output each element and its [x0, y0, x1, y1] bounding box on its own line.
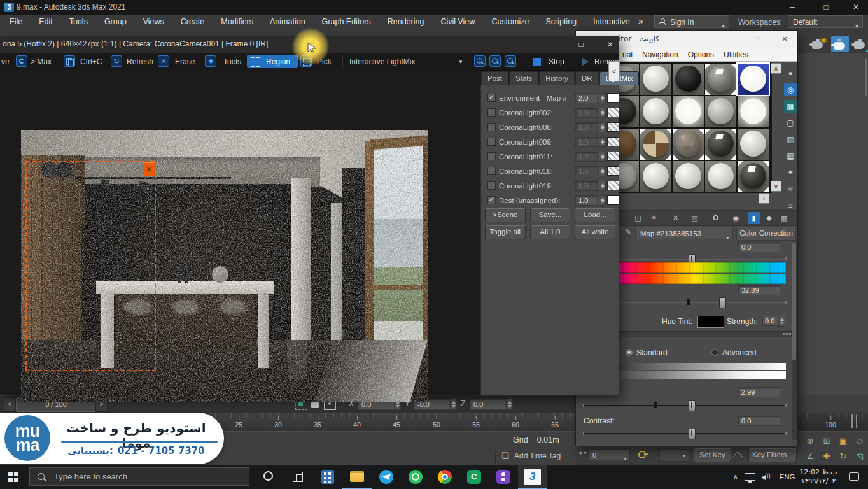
taskbar-app-icon[interactable]: [255, 465, 284, 489]
strength-field[interactable]: 0.0: [762, 316, 779, 326]
taskbar-clock[interactable]: 12:02 ب.ظ ۱۳۹۹/۱۲/۰۲: [798, 468, 839, 489]
maximize-viewport-icon[interactable]: ◹: [853, 450, 867, 464]
tools-gear-icon[interactable]: ✱: [205, 55, 216, 67]
slots-scroll-down-button[interactable]: ∨: [771, 181, 781, 192]
material-sample-slot[interactable]: [705, 161, 736, 192]
menu-item[interactable]: Views: [135, 15, 172, 29]
zoom-icon[interactable]: ⊕: [803, 434, 817, 448]
orbit-icon[interactable]: ↻: [836, 450, 850, 464]
refresh-icon[interactable]: ↻: [111, 55, 122, 67]
material-sample-slot[interactable]: [705, 96, 736, 127]
go-to-parent-icon[interactable]: ◆: [763, 212, 775, 224]
lightmix-spinner[interactable]: [599, 181, 606, 191]
material-id-channel-icon[interactable]: O: [710, 212, 722, 224]
zoom-extents-icon[interactable]: ▣: [836, 434, 850, 448]
sign-in-button[interactable]: Sign In ▼: [654, 15, 729, 28]
taskbar-app-icon[interactable]: [372, 465, 401, 489]
lightmix-intensity-field[interactable]: 2.0: [575, 93, 598, 103]
lightmix-button[interactable]: Toggle all: [485, 225, 526, 239]
backlight-icon[interactable]: ◎: [784, 83, 797, 96]
zoom-out-icon[interactable]: -: [489, 55, 501, 67]
taskbar-app-icon[interactable]: [313, 465, 342, 489]
slots-scroll-left-button[interactable]: <: [608, 61, 620, 82]
delete-material-icon[interactable]: ◫: [632, 212, 644, 224]
taskbar-app-icon[interactable]: [518, 465, 547, 489]
copy-button[interactable]: Ctrl+C: [80, 57, 102, 66]
z-coordinate-field[interactable]: 0.0: [470, 399, 510, 410]
options-icon[interactable]: ✦: [784, 166, 797, 179]
add-time-tag-button[interactable]: Add Time Tag: [514, 451, 561, 460]
make-unique-icon[interactable]: ✶: [648, 212, 660, 224]
menu-overflow-chevron-icon[interactable]: »: [638, 16, 643, 26]
z-spinner[interactable]: [506, 399, 513, 410]
material-sample-slot[interactable]: [640, 64, 671, 95]
refresh-button[interactable]: Refresh: [127, 57, 153, 66]
material-sample-slot[interactable]: [705, 64, 736, 95]
tray-chevron-icon[interactable]: ∧: [729, 465, 742, 489]
menu-item[interactable]: Navigation: [642, 50, 678, 59]
volume-icon[interactable]: [761, 473, 773, 481]
material-sample-slot[interactable]: [705, 129, 736, 160]
menu-item[interactable]: Animation: [262, 15, 314, 29]
tools-button[interactable]: Tools: [223, 57, 241, 66]
render-production-teapot-icon[interactable]: [851, 36, 868, 52]
vfb-tab[interactable]: History: [539, 71, 575, 85]
brightness-slider[interactable]: [584, 405, 786, 406]
material-sample-slot[interactable]: [640, 129, 671, 160]
slots-scroll-right-button[interactable]: ›: [759, 193, 769, 204]
lightmix-spinner[interactable]: [599, 122, 606, 132]
taskbar-app-icon[interactable]: [342, 465, 372, 489]
taskbar-app-icon[interactable]: [489, 465, 518, 489]
minimize-button[interactable]: ─: [719, 32, 741, 46]
material-sample-slot[interactable]: [738, 64, 769, 95]
vfb-tab[interactable]: DR: [575, 71, 599, 85]
maximize-button[interactable]: □: [570, 38, 592, 52]
lightmix-checkbox[interactable]: [487, 108, 496, 117]
lightmix-intensity-field[interactable]: 1.0: [575, 152, 598, 162]
color-correction-type-button[interactable]: Color Correction: [736, 227, 796, 241]
current-frame-field[interactable]: 0▼: [588, 449, 630, 460]
material-sample-slot[interactable]: [673, 161, 704, 192]
saturation-field[interactable]: 32.89: [738, 285, 781, 295]
lightmix-spinner[interactable]: [599, 166, 606, 176]
key-filters-button[interactable]: Key Filters...: [748, 448, 797, 462]
sample-uv-tiling-icon[interactable]: ▢: [784, 117, 797, 129]
slider-handle[interactable]: [689, 429, 696, 439]
lightmix-intensity-field[interactable]: 1.0: [575, 108, 598, 118]
select-by-material-icon[interactable]: ✧: [784, 183, 797, 195]
lightmix-checkbox[interactable]: [487, 138, 496, 146]
menu-item[interactable]: Interactive: [585, 15, 638, 29]
lightmix-color-swatch[interactable]: [607, 152, 619, 161]
lightmix-checkbox[interactable]: [487, 152, 496, 160]
minimize-button[interactable]: ─: [783, 1, 802, 13]
hue-tint-color-swatch[interactable]: [697, 316, 724, 328]
brightness-field[interactable]: 2.99: [738, 387, 781, 397]
taskbar-app-icon[interactable]: [401, 465, 430, 489]
go-forward-to-sibling-icon[interactable]: ▦: [778, 212, 790, 224]
taskbar-app-icon[interactable]: [459, 465, 489, 489]
menu-item[interactable]: Modifiers: [213, 15, 262, 29]
start-button[interactable]: [8, 472, 18, 482]
reset-map-icon[interactable]: ✕: [669, 212, 682, 224]
material-sample-slot[interactable]: [640, 96, 671, 127]
lightmix-checkbox[interactable]: [487, 94, 496, 102]
lightmix-checkbox[interactable]: [487, 167, 496, 175]
material-sample-slot[interactable]: [738, 96, 769, 127]
put-to-library-icon[interactable]: ▤: [689, 212, 701, 224]
material-sample-slot[interactable]: [640, 161, 671, 192]
taskbar-app-icon[interactable]: [284, 465, 313, 489]
material-sample-slot[interactable]: [673, 129, 704, 160]
key-tangent-icons[interactable]: ⟋⟍: [732, 451, 743, 459]
hue-shift-field[interactable]: 0.0: [738, 242, 781, 252]
menu-item[interactable]: Graph Editors: [314, 15, 379, 29]
set-keys-key-icon[interactable]: [638, 450, 647, 458]
lightmix-intensity-field[interactable]: 1.0: [575, 195, 598, 206]
y-spinner[interactable]: [450, 399, 457, 410]
stop-button[interactable]: Stop: [549, 57, 564, 66]
material-sample-slot[interactable]: [738, 161, 769, 192]
lightmix-button[interactable]: >Scene: [485, 208, 526, 222]
slots-scroll-up-button[interactable]: ∧: [771, 63, 781, 74]
menu-item[interactable]: rial: [622, 50, 633, 59]
lightmix-color-swatch[interactable]: [607, 166, 619, 176]
region-close-handle[interactable]: ✕: [143, 162, 155, 176]
